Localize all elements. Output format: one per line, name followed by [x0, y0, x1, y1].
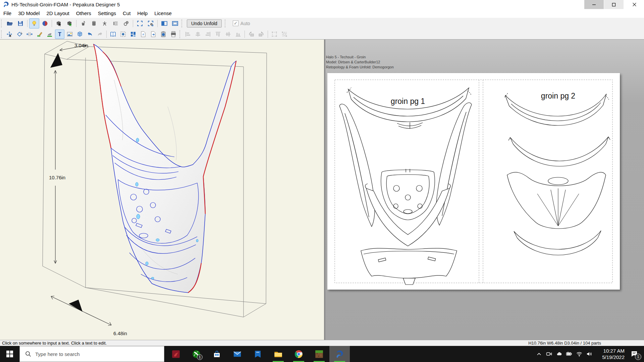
- rotate-right-button[interactable]: [257, 29, 266, 39]
- select-area-options-button[interactable]: [146, 18, 156, 28]
- taskbar-clock[interactable]: 10:27 AM 5/19/2022: [594, 348, 625, 360]
- tray-meet-now[interactable]: [544, 346, 554, 362]
- taskbar-pepakura[interactable]: [329, 346, 350, 362]
- open-file-button[interactable]: [5, 18, 15, 28]
- close-button[interactable]: [625, 0, 644, 9]
- menu-2d-layout[interactable]: 2D Layout: [43, 9, 72, 18]
- book-icon: [110, 31, 116, 38]
- group-button[interactable]: [270, 29, 279, 39]
- single-view-button[interactable]: [170, 18, 180, 28]
- move-part-button[interactable]: [5, 29, 14, 39]
- save-button[interactable]: [15, 18, 25, 28]
- export-page-button[interactable]: [149, 29, 158, 39]
- title-bar: H5-Techsuit-Groin-FOAM - Pepakura Design…: [0, 0, 644, 9]
- edit-edge-button[interactable]: [35, 29, 44, 39]
- tray-wifi[interactable]: [574, 346, 584, 362]
- select-parts-button[interactable]: [118, 29, 128, 39]
- print-button[interactable]: [169, 29, 178, 39]
- align-bottom-button[interactable]: [233, 29, 243, 39]
- select-model-button[interactable]: [64, 18, 74, 28]
- flatten-button[interactable]: [45, 29, 54, 39]
- minimize-icon: [592, 3, 596, 7]
- box-tool-button[interactable]: [75, 29, 85, 39]
- rotate-model-button[interactable]: [54, 18, 64, 28]
- maximize-button[interactable]: [604, 0, 624, 9]
- svg-text:#: #: [142, 33, 144, 36]
- notification-center-button[interactable]: 1: [627, 346, 642, 362]
- taskbar-chrome[interactable]: [288, 346, 309, 362]
- undo-button[interactable]: [85, 29, 95, 39]
- auto-checkbox-label: Auto: [240, 21, 250, 26]
- align-left-button[interactable]: [183, 29, 193, 39]
- light-toggle-button[interactable]: [29, 18, 39, 28]
- layout-2d-pane[interactable]: Halo 5 - Techsuit - GroinModel: Dirtsen …: [325, 40, 644, 340]
- rotate-left-button[interactable]: [247, 29, 256, 39]
- taskbar-mail[interactable]: [227, 346, 248, 362]
- auto-checkbox[interactable]: ✓: [233, 20, 238, 26]
- tray-onedrive[interactable]: [554, 346, 564, 362]
- light-icon: [31, 20, 38, 27]
- figure-tool-button[interactable]: [100, 18, 110, 28]
- panels-tool-button[interactable]: [110, 18, 120, 28]
- layout-toolbar: T#: [0, 29, 644, 40]
- select-area-button[interactable]: [135, 18, 145, 28]
- battery-icon: [566, 351, 573, 357]
- pattern-canvas: groin pg 1 groin pg 2: [327, 73, 620, 290]
- undo-unfold-button[interactable]: Undo Unfold: [187, 19, 222, 27]
- start-button[interactable]: [0, 346, 19, 362]
- movies-icon: [253, 350, 262, 359]
- taskbar-minecraft[interactable]: [309, 346, 329, 362]
- menu-file[interactable]: File: [0, 9, 15, 18]
- align-right-icon: [205, 31, 211, 38]
- pattern-page[interactable]: groin pg 1 groin pg 2: [327, 73, 620, 290]
- cylinder-tool-button[interactable]: [89, 18, 99, 28]
- texture-view-button[interactable]: [40, 18, 50, 28]
- minimize-button[interactable]: [584, 0, 604, 9]
- rotate-part-button[interactable]: [15, 29, 24, 39]
- pen-cup-tool-button[interactable]: [78, 18, 88, 28]
- rotate-part-icon: [16, 31, 23, 38]
- book-view-button[interactable]: [108, 29, 118, 39]
- toolbar-separator: [245, 31, 245, 38]
- taskbar-xbox[interactable]: 1: [186, 346, 207, 362]
- spread-parts-button[interactable]: [25, 29, 34, 39]
- joint-tool-button[interactable]: [121, 18, 131, 28]
- taskbar-file-explorer[interactable]: [268, 346, 288, 362]
- menu-others[interactable]: Others: [73, 9, 95, 18]
- image-tool-button[interactable]: [65, 29, 74, 39]
- taskbar-app-red[interactable]: [166, 346, 186, 362]
- windows-icon: [6, 350, 13, 358]
- toolbar-separator: [133, 20, 133, 27]
- menu-help[interactable]: Help: [134, 9, 151, 18]
- auto-arrange-button[interactable]: [128, 29, 138, 39]
- tray-volume[interactable]: [584, 346, 594, 362]
- text-tool-button[interactable]: T: [55, 29, 64, 39]
- menu-bar: File3D Model2D LayoutOthersSettingsCutHe…: [0, 9, 644, 18]
- split-view-button[interactable]: [159, 18, 169, 28]
- minecraft-icon: [315, 350, 324, 359]
- align-middle-button[interactable]: [223, 29, 233, 39]
- tray-battery[interactable]: [564, 346, 574, 362]
- paste-button[interactable]: [159, 29, 168, 39]
- taskbar-movies[interactable]: [248, 346, 268, 362]
- align-center-button[interactable]: [193, 29, 203, 39]
- clock-date: 5/19/2022: [594, 354, 625, 360]
- depth-arrow: [50, 53, 62, 68]
- align-right-button[interactable]: [203, 29, 213, 39]
- menu-license[interactable]: License: [151, 9, 175, 18]
- taskbar-search[interactable]: [19, 346, 164, 362]
- viewport-3d[interactable]: 3.04in 10.76in 6.48in: [0, 40, 324, 340]
- redo-button[interactable]: [95, 29, 105, 39]
- toolbar-grip: [225, 19, 227, 27]
- menu-settings[interactable]: Settings: [95, 9, 119, 18]
- taskbar-store[interactable]: [207, 346, 227, 362]
- tray-hidden-icons[interactable]: [534, 346, 544, 362]
- search-input[interactable]: [35, 351, 147, 357]
- page-number-button[interactable]: #: [139, 29, 148, 39]
- ungroup-button[interactable]: [280, 29, 289, 39]
- menu-cut[interactable]: Cut: [119, 9, 134, 18]
- align-top-button[interactable]: [213, 29, 223, 39]
- page1-label: groin pg 1: [391, 97, 425, 106]
- chevron-up-icon: [536, 351, 542, 357]
- menu-3d-model[interactable]: 3D Model: [15, 9, 43, 18]
